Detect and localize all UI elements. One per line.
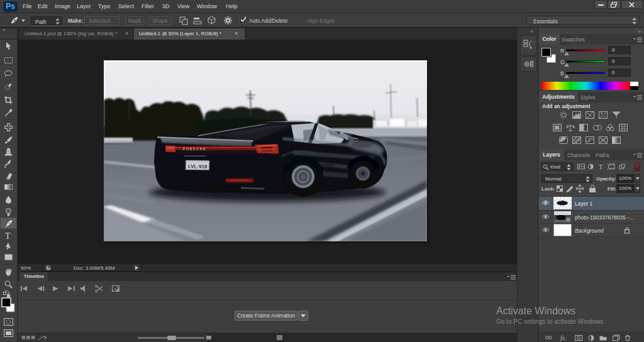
- svg-text:fx.: fx.: [560, 334, 567, 341]
- svg-text:PORSCHE: PORSCHE: [183, 148, 206, 151]
- svg-text:T: T: [5, 231, 11, 241]
- svg-text:T: T: [599, 163, 603, 170]
- svg-text:LVL·918: LVL·918: [188, 163, 208, 170]
